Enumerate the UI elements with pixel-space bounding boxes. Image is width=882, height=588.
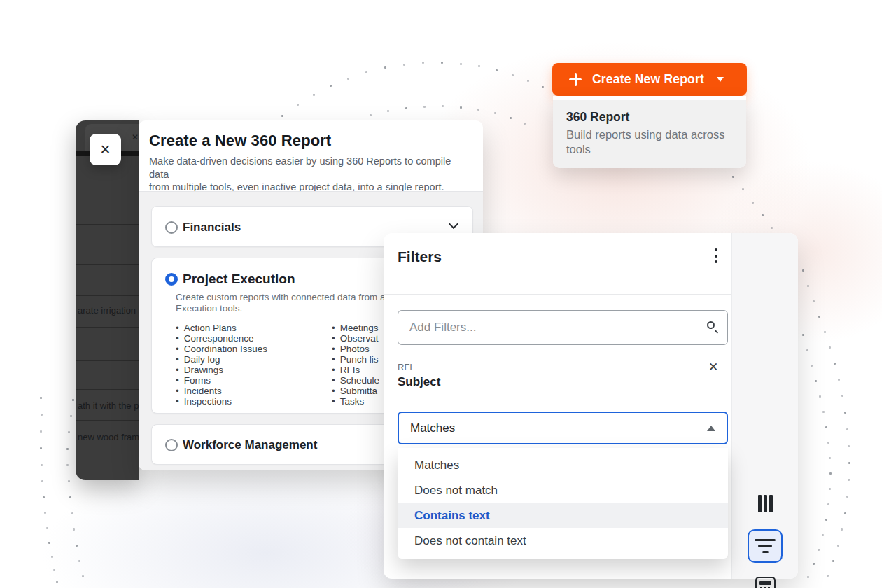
decorative-dot	[370, 114, 372, 116]
tool-list-item: Meetings	[332, 323, 379, 333]
option-label: Project Execution	[183, 272, 295, 287]
decorative-dot	[76, 545, 78, 547]
decorative-dot	[53, 569, 55, 571]
decorative-dot	[442, 105, 444, 107]
decorative-dot	[844, 512, 846, 514]
decorative-dot	[40, 397, 42, 399]
decorative-dot	[384, 66, 386, 69]
decorative-dot	[41, 480, 43, 482]
dimmed-row-separator	[76, 454, 139, 454]
decorative-dot	[811, 365, 813, 367]
operator-option[interactable]: Does not match	[398, 478, 728, 503]
decorative-dot	[818, 316, 820, 318]
remove-filter-icon[interactable]: ✕	[708, 360, 718, 374]
decorative-dot	[70, 415, 72, 417]
filter-icon-selected[interactable]	[748, 529, 783, 563]
divider	[384, 294, 732, 295]
decorative-dot	[68, 431, 70, 433]
radio-workforce[interactable]	[165, 439, 178, 451]
decorative-dot	[512, 74, 514, 76]
dimmed-row-text: arate irrigation s	[78, 305, 139, 316]
operator-option-active[interactable]: Contains text	[398, 503, 728, 528]
decorative-dot	[56, 581, 58, 583]
decorative-dot	[762, 214, 764, 216]
filters-title: Filters	[398, 248, 442, 265]
decorative-dot	[82, 575, 84, 578]
decorative-dot	[822, 411, 825, 413]
dimmed-row-separator	[76, 420, 139, 421]
decorative-dot	[818, 549, 820, 551]
kebab-menu-icon[interactable]	[710, 248, 722, 270]
menu-item-360-report[interactable]: 360 Report Build reports using data acro…	[553, 100, 746, 168]
create-new-report-button[interactable]: Create New Report	[552, 63, 747, 96]
dimmed-row-separator	[76, 224, 139, 225]
decorative-dot	[827, 442, 830, 444]
side-icon-rail	[732, 233, 798, 579]
plus-icon	[569, 74, 582, 86]
decorative-dot	[807, 285, 809, 287]
filter-field-label: Subject	[398, 375, 440, 389]
decorative-dot	[69, 496, 71, 498]
decorative-dot	[829, 488, 831, 490]
decorative-dot	[44, 512, 46, 514]
decorative-dot	[494, 112, 496, 114]
decorative-dot	[732, 176, 734, 178]
operator-option[interactable]: Matches	[398, 453, 728, 478]
operator-dropdown: MatchesDoes not matchContains textDoes n…	[398, 448, 728, 559]
option-label: Workforce Management	[183, 438, 317, 452]
caret-down-icon	[717, 77, 724, 82]
decorative-dot	[813, 300, 815, 302]
tool-list-item: Coordination Issues	[176, 344, 267, 354]
decorative-dot	[841, 395, 844, 397]
decorative-dot	[403, 64, 405, 66]
decorative-dot	[825, 519, 827, 521]
decorative-dot	[281, 115, 284, 117]
filter-group-label: RFI	[398, 362, 412, 372]
decorative-dot	[441, 62, 443, 64]
close-icon: ✕	[100, 141, 111, 158]
decorative-dot	[51, 556, 53, 558]
decorative-dot	[819, 396, 821, 398]
dimmed-app-screenshot: ✕ arate irrigation sath it with the pnew…	[76, 120, 139, 480]
decorative-dot	[829, 346, 831, 349]
page: ✕ arate irrigation sath it with the pnew…	[0, 0, 882, 588]
decorative-dot	[829, 457, 831, 459]
tool-list-item: Punch lis	[332, 354, 379, 365]
dimmed-row-text: ath it with the p	[78, 400, 139, 411]
modal-title: Create a New 360 Report	[149, 132, 472, 150]
decorative-dot	[73, 528, 75, 531]
radio-financials[interactable]	[165, 221, 178, 234]
decorative-dot	[848, 462, 850, 464]
decorative-dot	[46, 527, 48, 529]
decorative-dot	[460, 63, 462, 65]
tool-list-item: Daily log	[176, 354, 267, 365]
chevron-down-icon[interactable]	[449, 219, 458, 229]
calculator-icon[interactable]	[754, 576, 776, 588]
operator-select-value: Matches	[410, 421, 455, 435]
tool-list-item: RFIs	[332, 365, 379, 375]
decorative-dot	[460, 106, 462, 108]
decorative-dot	[313, 94, 315, 96]
decorative-dot	[40, 430, 42, 433]
decorative-dot	[478, 65, 480, 67]
tool-list-item: Correspondence	[176, 333, 267, 344]
decorative-dot	[832, 560, 834, 562]
tool-list-item: Photos	[332, 344, 379, 354]
decorative-dot	[807, 576, 809, 578]
add-filters-input[interactable]	[398, 310, 728, 345]
decorative-dot	[834, 363, 836, 365]
modal-subtitle: Make data-driven decisions easier by usi…	[149, 155, 472, 194]
decorative-dot	[524, 122, 526, 125]
decorative-dot	[802, 270, 804, 272]
create-report-menu: 360 Report Build reports using data acro…	[553, 96, 746, 168]
decorative-dot	[848, 479, 850, 481]
operator-option[interactable]: Does not contain text	[398, 528, 728, 554]
dimmed-row-separator	[76, 389, 139, 390]
decorative-dot	[365, 71, 368, 74]
close-button[interactable]: ✕	[90, 134, 121, 165]
radio-project-execution[interactable]	[165, 273, 178, 286]
decorative-dot	[422, 62, 424, 64]
operator-select[interactable]: Matches	[398, 412, 728, 444]
columns-icon[interactable]	[755, 493, 775, 513]
decorative-dot	[297, 104, 299, 106]
